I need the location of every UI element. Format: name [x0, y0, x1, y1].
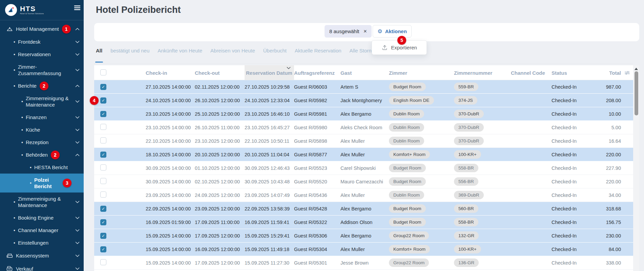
sidebar-item-booking-engine[interactable]: •Booking Engine: [0, 211, 84, 224]
sidebar-item-reservationen[interactable]: •Reservationen: [0, 48, 84, 61]
cell-check-out: 20.10.2025 12:00:00: [195, 152, 245, 157]
cell-status: Checked-In: [552, 84, 600, 90]
row-checkbox[interactable]: [100, 137, 106, 143]
header-cell-channel-code[interactable]: Channel Code: [511, 70, 552, 76]
table-row[interactable]: 23.10.2025 14:00:0026.10.2025 11:00:0023…: [94, 121, 633, 134]
room-type-pill: Group22 Room: [389, 258, 429, 267]
row-checkbox[interactable]: [100, 233, 106, 239]
clear-selection-icon[interactable]: ✕: [363, 29, 367, 34]
sidebar-item-hotel-management[interactable]: Hotel Management1: [0, 22, 84, 36]
bullet-icon: •: [21, 127, 23, 133]
row-checkbox[interactable]: [100, 219, 106, 225]
sidebar-item-kassensystem[interactable]: Kassensystem: [0, 249, 84, 262]
header-cell-gast[interactable]: Gast: [340, 70, 389, 76]
sidebar-item-label: Einstellungen: [18, 240, 48, 246]
header-cell-check-in[interactable]: Check-in: [146, 70, 195, 76]
tab-all[interactable]: All: [96, 43, 102, 64]
table-row[interactable]: 15.09.2025 14:00:0017.09.2025 12:00:0015…: [94, 256, 633, 270]
scrollbar-thumb[interactable]: [635, 71, 638, 115]
cell-check-in: 15.09.2025 14:00:00: [146, 233, 195, 239]
cell-reservation-datum: 23.10.2025 16:45:27: [245, 125, 294, 130]
cell-zimmernummer: 100-KR+: [454, 245, 511, 253]
table-row[interactable]: 16.09.2025 01:59:0017.09.2025 11:00:0016…: [94, 216, 633, 229]
room-number-pill: 560-BR: [454, 204, 478, 213]
header-cell-zimmernummer[interactable]: Zimmernummer: [454, 70, 511, 76]
table-row[interactable]: 30.09.2025 14:00:0001.10.2025 12:00:0030…: [94, 161, 633, 175]
row-checkbox[interactable]: [100, 97, 106, 104]
export-icon: [381, 44, 388, 51]
row-checkbox[interactable]: [100, 164, 106, 171]
header-cell-auftragsreferenz[interactable]: Auftragsreferenz: [294, 70, 340, 76]
hamburger-menu-icon[interactable]: [74, 5, 81, 12]
sidebar-item-finanzen[interactable]: •Finanzen: [0, 111, 84, 123]
row-checkbox[interactable]: [100, 152, 106, 158]
scroll-up-icon[interactable]: [635, 68, 638, 70]
table-scrollbar[interactable]: [633, 65, 639, 271]
cell-status: Checked-In: [552, 220, 600, 225]
cell-status: Checked-In: [552, 233, 600, 239]
cell-check-out: 25.10.2025 12:00:00: [195, 111, 245, 117]
sidebar-item-k-che[interactable]: •Küche: [0, 123, 84, 136]
row-checkbox[interactable]: [100, 124, 106, 130]
chevron-down-icon: [75, 267, 80, 270]
header-cell-status[interactable]: Status: [552, 70, 600, 76]
table-row[interactable]: 22.09.2025 14:00:0023.09.2025 12:00:0022…: [94, 202, 633, 216]
room-type-pill: Dublin Room: [389, 191, 424, 199]
row-checkbox[interactable]: [100, 178, 106, 184]
cell-total: 84.00: [600, 247, 621, 252]
header-cell-reservation-datum[interactable]: Reservation Datum: [245, 65, 294, 80]
table-row[interactable]: 18.10.2025 14:00:0020.10.2025 12:00:0020…: [94, 148, 633, 161]
tab-aktuelle-reservation[interactable]: Aktuelle Reservation: [295, 43, 341, 64]
sidebar-item-rezeption[interactable]: •Rezeption: [0, 136, 84, 149]
table-row[interactable]: 23.09.2025 14:00:0024.09.2025 12:00:0023…: [94, 188, 633, 202]
sidebar-item-zimmerreinigung-maintenance[interactable]: •Zimmerreinigung & Maintenance: [0, 92, 84, 111]
cell-reservation-datum: 20.10.2025 11:04:04: [245, 152, 294, 157]
table-row[interactable]: 23.10.2025 14:00:0025.10.2025 12:00:0023…: [94, 107, 633, 121]
sidebar: HTS Hotel & Tourism Solutions Hotel Mana…: [0, 0, 84, 271]
sidebar-item-hesta-bericht[interactable]: •HESTA Bericht: [0, 161, 84, 174]
sidebar-item-verkauf[interactable]: Verkauf: [0, 262, 84, 271]
cell-auftragsreferenz: Guest R/05982: [294, 98, 340, 103]
header-cell-zimmer[interactable]: Zimmer: [389, 70, 454, 76]
row-checkbox[interactable]: [100, 206, 106, 212]
cloche-icon: [6, 25, 14, 32]
sidebar-item-berichte[interactable]: •Berichte2: [0, 80, 84, 92]
tab-berbucht[interactable]: Überbucht: [263, 43, 287, 64]
actions-button[interactable]: ⚙ Aktionen: [373, 25, 412, 38]
table-row[interactable]: 27.10.2025 14:00:0002.11.2025 12:00:0027…: [94, 80, 633, 94]
table-row[interactable]: 30.09.2025 14:00:0002.10.2025 12:00:0030…: [94, 175, 633, 188]
cell-status: Checked-In: [552, 152, 600, 157]
row-checkbox[interactable]: [100, 84, 106, 90]
sidebar-item-channel-manager[interactable]: •Channel Manager: [0, 224, 84, 236]
column-settings-icon[interactable]: [624, 70, 630, 75]
step-badge-3: 3: [63, 179, 71, 187]
tab-abreisen-von-heute[interactable]: Abreisen von Heute: [210, 43, 255, 64]
header-cell-total[interactable]: Total: [600, 70, 621, 76]
cell-zimmer: Group22 Room: [389, 231, 454, 240]
row-checkbox[interactable]: [100, 191, 106, 198]
row-checkbox[interactable]: [100, 111, 106, 117]
sidebar-item-label: Rezeption: [26, 139, 49, 145]
header-checkbox[interactable]: [100, 69, 106, 75]
sidebar-item-zimmer-zusammenfassung[interactable]: •Zimmer-Zusammenfassung: [0, 61, 84, 80]
header-cell-check-out[interactable]: Check-out: [195, 70, 245, 76]
cell-checkbox: [94, 233, 146, 239]
table-row[interactable]: 24.10.2025 14:00:0026.10.2025 12:00:0024…: [94, 94, 633, 107]
row-checkbox[interactable]: [100, 246, 106, 252]
row-checkbox[interactable]: [100, 259, 106, 265]
room-number-pill: 370-DubR: [454, 123, 484, 132]
cell-check-in: 15.09.2025 14:00:00: [146, 260, 195, 266]
sidebar-item-zimmerreinigung-maintenance[interactable]: •Zimmerreinigung & Maintenance: [0, 193, 84, 211]
sidebar-item-beh-rden[interactable]: •Behörden2: [0, 149, 84, 161]
table-row[interactable]: 22.10.2025 14:00:0023.10.2025 12:00:0022…: [94, 134, 633, 148]
table-row[interactable]: 15.09.2025 14:00:0016.09.2025 12:00:0015…: [94, 243, 633, 256]
sidebar-item-einstellungen[interactable]: •Einstellungen: [0, 236, 84, 249]
tab-ank-nfte-von-heute[interactable]: Ankünfte von Heute: [158, 43, 202, 64]
cell-checkbox: [94, 206, 146, 212]
tab-best-tigt-und-neu[interactable]: bestätigt und neu: [110, 43, 149, 64]
sidebar-item-polzei-bericht[interactable]: •Polzei Bericht3: [0, 174, 84, 193]
cell-zimmernummer: 370-DubR: [454, 137, 511, 145]
table-row[interactable]: 15.09.2025 14:00:0017.09.2025 12:00:0015…: [94, 229, 633, 243]
cell-auftragsreferenz: Guest R/05306: [294, 233, 340, 239]
sidebar-item-frontdesk[interactable]: •Frontdesk: [0, 36, 84, 48]
